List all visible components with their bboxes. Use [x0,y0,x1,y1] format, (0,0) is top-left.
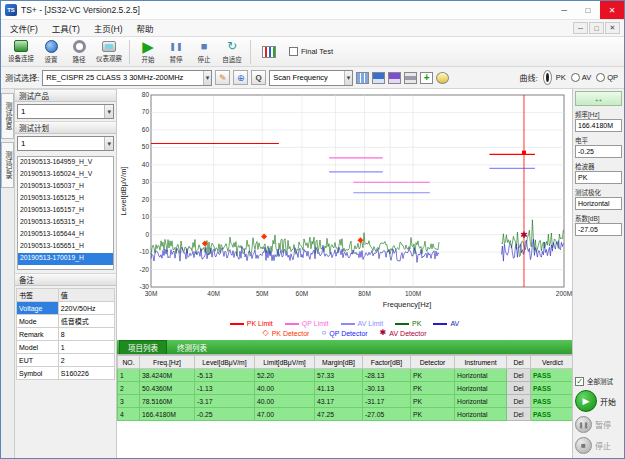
menu-item-2[interactable]: 主页(H) [87,20,130,36]
spectrum-chart[interactable]: 80706050403020100-10-20-3030M40M50M60M80… [117,89,574,319]
path-button[interactable]: 路径 [65,39,93,65]
plan-section-header: 测试计划 [15,121,116,134]
table-row[interactable]: 4166.4180M-0.2547.0047.25-27.05PKHorizon… [118,408,573,421]
result-cell: 4 [118,408,140,421]
table-view-button[interactable] [356,72,369,84]
pause-button[interactable]: ❚❚暂停 [162,39,190,65]
notes-row[interactable]: EUT2 [17,354,115,367]
run-item[interactable]: 20190513-165644_H [18,229,113,241]
delete-cell-button[interactable]: Del [507,382,531,395]
run-item[interactable]: 20190513-165315_H [18,217,113,229]
query-button[interactable]: Q [251,70,266,85]
stop-test-button[interactable]: ■ 停止 [575,437,622,454]
report-chart-button[interactable] [255,45,283,59]
marker-arrows-button[interactable]: ↔ [575,91,622,106]
run-item[interactable]: 20190513-165037_H [18,181,113,193]
delete-cell-button[interactable]: Del [507,395,531,408]
start-test-button[interactable]: ▶ 开始 [575,390,622,412]
adaptive-button[interactable]: ↻自适应 [218,39,246,65]
vtab-test-records[interactable]: 测试记录 [1,142,14,188]
vtab-test-info[interactable]: 测试信息 [1,93,14,139]
product-dropdown[interactable]: 1 ▾ [17,104,114,119]
tab-item-list[interactable]: 项目列表 [119,340,167,355]
chart-area[interactable]: 80706050403020100-10-20-3030M40M50M60M80… [117,89,572,319]
result-cell: Horizontal [455,408,507,421]
notes-section-header: 备注 [15,273,116,286]
start-button[interactable]: ▶开始 [134,39,162,65]
result-cell: -28.13 [363,369,411,382]
mdi-restore-button[interactable]: □ [589,22,604,34]
delete-cell-button[interactable]: Del [507,408,531,421]
notes-table: 书签值Voltage220V/50HzMode低音模式Remark8Model1… [16,288,115,380]
all-test-checkbox[interactable]: ✓ 全部测试 [575,376,622,386]
notes-row[interactable]: Model1 [17,341,115,354]
table-row[interactable]: 138.4240M-5.1352.2057.33-28.13PKHorizont… [118,369,573,382]
close-button[interactable]: ✕ [600,1,624,19]
scan-mode-dropdown[interactable]: Scan Frequency ▾ [269,70,353,86]
notes-row[interactable]: Voltage220V/50Hz [17,302,115,315]
result-cell: PK [411,408,455,421]
svg-text:-30: -30 [140,283,150,290]
toolbar-separator [129,40,130,64]
menu-item-0[interactable]: 文件(F) [3,20,45,36]
mdi-minimize-button[interactable]: ─ [573,22,588,34]
settings-button[interactable]: 设置 [37,39,65,65]
print-button[interactable] [404,72,417,84]
table-row[interactable]: 250.4360M-1.1340.0041.13-30.13PKHorizont… [118,382,573,395]
legend-swatch [285,323,299,325]
toolbar-buttons: 设备连接设置路径仪表观察▶开始❚❚暂停■停止↻自适应 [5,39,246,65]
readout-value[interactable]: 166.4180M [575,119,622,132]
minimize-button[interactable]: ─ [552,1,576,19]
test-select-dropdown[interactable]: RE_CISPR 25 CLASS 3 30MHz-200MHz ▾ [42,70,212,86]
mdi-close-button[interactable]: ✕ [605,22,620,34]
app-window: TS TS+ - [JS32-VC Version2.5.2.5] ─ □ ✕ … [0,0,625,459]
delete-cell-button[interactable]: Del [507,369,531,382]
menu-item-3[interactable]: 帮助 [130,20,161,36]
curve-radio-pk[interactable]: PK [541,68,566,87]
instrument-watch-button[interactable]: 仪表观察 [93,40,125,64]
run-item[interactable]: 20190513-165024_H_V [18,169,113,181]
run-item[interactable]: 20190513-165125_H [18,193,113,205]
probe-button[interactable] [436,72,449,84]
save-button[interactable] [372,72,385,84]
title-bar: TS TS+ - [JS32-VC Version2.5.2.5] ─ □ ✕ [1,1,624,20]
run-item[interactable]: 20190513-164959_H_V [18,157,113,169]
menu-items: 文件(F)工具(T)主页(H)帮助 [3,20,161,36]
notes-key: Mode [17,315,59,328]
add-button[interactable]: + [420,72,433,84]
stop-button[interactable]: ■停止 [190,39,218,65]
test-runs-list[interactable]: 20190513-164959_H_V20190513-165024_H_V20… [17,156,114,270]
menu-item-1[interactable]: 工具(T) [45,20,87,36]
zoom-button[interactable]: ⊕ [233,70,248,85]
plan-dropdown[interactable]: 1 ▾ [17,136,114,151]
curve-radio-qp[interactable]: QP [596,68,618,87]
table-row[interactable]: 378.5160M-3.1740.0043.17-31.17PKHorizont… [118,395,573,408]
notes-value: 1 [58,341,114,354]
run-item[interactable]: 20190513-165157_H [18,205,113,217]
save-as-button[interactable] [388,72,401,84]
notes-row[interactable]: Remark8 [17,328,115,341]
maximize-button[interactable]: □ [576,1,600,19]
pause-test-button[interactable]: ❚❚ 暂停 [575,416,622,433]
tab-final-list[interactable]: 终测列表 [169,341,215,354]
window-title: TS+ - [JS32-VC Version2.5.2.5] [21,5,140,15]
readout-value[interactable]: PK [575,171,622,184]
readout-value[interactable]: -0.25 [575,145,622,158]
result-cell: 47.00 [255,408,315,421]
notes-row[interactable]: SymbolS160226 [17,367,115,380]
results-table: NO.Freq.[Hz]Level[dBμV/m]Limit[dBμV/m]Ma… [117,355,572,421]
svg-text:Frequency[Hz]: Frequency[Hz] [383,300,432,309]
edit-button[interactable]: ✎ [215,70,230,85]
svg-text:Level[dBμV/m]: Level[dBμV/m] [119,167,128,216]
device-connect-icon [14,40,28,52]
device-connect-button[interactable]: 设备连接 [5,39,37,64]
run-item[interactable]: 20190513-170019_H [18,253,113,265]
readout-field: 测试极化Horizontal [575,187,622,210]
final-test-checkbox[interactable]: Final Test [289,47,333,56]
run-item[interactable]: 20190513-165651_H [18,241,113,253]
readout-value[interactable]: Horizontal [575,197,622,210]
readout-value[interactable]: -27.05 [575,223,622,236]
notes-row[interactable]: Mode低音模式 [17,315,115,328]
curve-radio-av[interactable]: AV [571,68,591,87]
result-cell: 41.13 [315,382,363,395]
